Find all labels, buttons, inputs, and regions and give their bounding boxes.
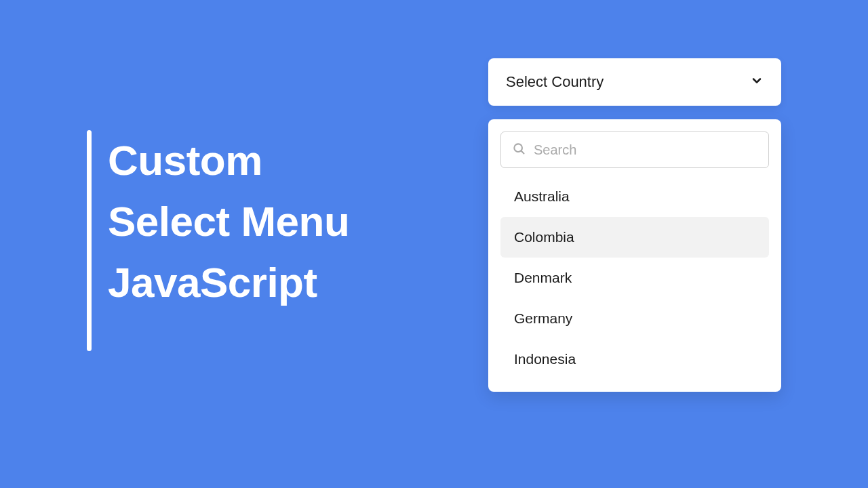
custom-select: Select Country Australia Colombia Denmar… [488, 58, 781, 392]
svg-line-1 [521, 151, 524, 154]
page-title: Custom Select Menu JavaScript [108, 130, 349, 351]
search-input[interactable] [534, 142, 757, 158]
select-placeholder: Select Country [506, 73, 604, 91]
option-item[interactable]: Australia [500, 176, 769, 217]
option-item[interactable]: Germany [500, 298, 769, 339]
title-line-2: Select Menu [108, 191, 349, 252]
option-item[interactable]: Denmark [500, 258, 769, 298]
title-accent-bar [87, 130, 92, 351]
option-item[interactable]: Colombia [500, 217, 769, 258]
select-trigger[interactable]: Select Country [488, 58, 781, 106]
title-line-1: Custom [108, 130, 349, 191]
search-icon [512, 142, 534, 158]
options-list: Australia Colombia Denmark Germany Indon… [500, 176, 769, 380]
title-line-3: JavaScript [108, 252, 349, 313]
search-box[interactable] [500, 131, 769, 168]
dropdown-panel: Australia Colombia Denmark Germany Indon… [488, 119, 781, 392]
option-item[interactable]: Indonesia [500, 339, 769, 380]
page-title-section: Custom Select Menu JavaScript [87, 130, 349, 351]
chevron-down-icon [750, 74, 764, 90]
